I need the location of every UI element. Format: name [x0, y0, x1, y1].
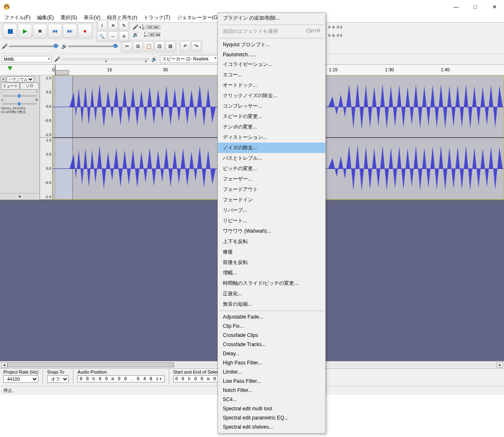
- effect-item[interactable]: Notch Filter...: [218, 386, 325, 395]
- output-device-select[interactable]: スピーカー (2- Realtek: [160, 55, 218, 63]
- effect-item[interactable]: フェードイン: [218, 195, 325, 205]
- envelope-tool[interactable]: ✕: [108, 20, 118, 30]
- effect-item[interactable]: Spectral edit multi tool: [218, 404, 325, 413]
- record-button[interactable]: ●: [78, 24, 92, 38]
- effect-repeat-last: 前回のエフェクトを適用 Ctrl+R: [218, 26, 325, 37]
- effect-item[interactable]: 時間軸のスライド/ピッチの変更...: [218, 278, 325, 289]
- menu-track[interactable]: トラック(T): [140, 13, 173, 22]
- menu-generator[interactable]: ジェネレーター(G): [174, 13, 222, 22]
- output-meter[interactable]: -57 -54: [147, 33, 160, 37]
- effect-item[interactable]: Delay...: [218, 349, 325, 358]
- input-meter[interactable]: -57 -54: [145, 25, 160, 29]
- effect-item[interactable]: テンポの変更...: [218, 122, 325, 132]
- skip-end-button[interactable]: ⏭: [63, 24, 77, 38]
- skip-start-button[interactable]: ⏮: [48, 24, 62, 38]
- track-close-button[interactable]: ✕: [1, 77, 6, 82]
- effect-item[interactable]: ディストーション...: [218, 132, 325, 143]
- draw-tool[interactable]: ✎: [119, 20, 129, 30]
- effect-item[interactable]: イコライゼーション...: [218, 59, 325, 70]
- effect-item[interactable]: SC4...: [218, 395, 325, 404]
- selection-tool[interactable]: I: [97, 20, 107, 30]
- silence-button[interactable]: ⊠: [165, 41, 175, 51]
- mute-button[interactable]: ミュート: [1, 83, 20, 90]
- effect-item[interactable]: High Pass Filter...: [218, 358, 325, 367]
- effect-item[interactable]: 修復: [218, 247, 325, 257]
- effect-add-remove[interactable]: プラグイン の追加/削除...: [218, 13, 325, 23]
- menu-file[interactable]: ファイル(F): [1, 13, 34, 22]
- gain-slider[interactable]: [2, 95, 37, 97]
- speaker-icon: 🔊: [132, 32, 139, 38]
- effect-item[interactable]: クリックノイズの除去...: [218, 90, 325, 101]
- play-button[interactable]: ▶: [18, 24, 32, 38]
- mic-dropdown-icon[interactable]: ▾: [140, 25, 141, 29]
- close-button[interactable]: ✕: [485, 0, 504, 13]
- track-name-select[interactable]: バラジウム: [7, 76, 34, 82]
- minimize-button[interactable]: —: [447, 0, 466, 13]
- effect-item[interactable]: ワウワウ (Wahwah)...: [218, 226, 325, 236]
- effect-item[interactable]: 無音の短縮...: [218, 299, 325, 309]
- effect-item[interactable]: Limiter...: [218, 367, 325, 377]
- multi-tool[interactable]: ✳: [119, 31, 129, 41]
- effect-item[interactable]: フェードアウト: [218, 184, 325, 195]
- mic-device-icon: 🎤: [54, 56, 60, 62]
- cut-button[interactable]: ✂: [122, 41, 132, 51]
- snap-to-select[interactable]: オフ: [47, 375, 69, 383]
- project-rate-select[interactable]: 44100: [3, 375, 38, 383]
- track-collapse-button[interactable]: ▲: [1, 193, 39, 199]
- effect-item[interactable]: Nyquist プロンプト...: [218, 40, 325, 50]
- audio-position-value[interactable]: 0 0 h 0 0 m 0 0 . 6 4 8 s▾: [77, 375, 164, 382]
- stop-button[interactable]: ■: [33, 24, 47, 38]
- effect-item[interactable]: フェーザー...: [218, 174, 325, 184]
- zoom-tool[interactable]: 🔍: [97, 31, 107, 41]
- effect-item[interactable]: Clip Fix...: [218, 321, 325, 331]
- effect-item[interactable]: Paulstretch......: [218, 50, 325, 59]
- channels-select[interactable]: [111, 58, 149, 60]
- timeshift-tool[interactable]: ↔: [108, 31, 118, 41]
- effect-item[interactable]: Spectral edit parametric EQ...: [218, 413, 325, 422]
- effect-item[interactable]: 前後を反転: [218, 257, 325, 268]
- effect-item[interactable]: 上下を反転: [218, 236, 325, 247]
- solo-button[interactable]: ソロ: [20, 83, 39, 90]
- effect-item[interactable]: オートドック...: [218, 80, 325, 90]
- host-select[interactable]: MME: [2, 56, 52, 63]
- selection-range-handle[interactable]: [56, 70, 69, 75]
- effect-item[interactable]: ピッチの変更...: [218, 163, 325, 174]
- meter-R-label: R: [142, 27, 145, 30]
- pause-button[interactable]: ▮▮: [3, 24, 17, 38]
- effect-item[interactable]: Crossfade Tracks...: [218, 340, 325, 349]
- input-gain-slider[interactable]: [9, 45, 59, 47]
- undo-button[interactable]: ↶: [180, 41, 190, 51]
- input-device-select[interactable]: [63, 58, 109, 60]
- project-rate-label: Project Rate (Hz): [3, 369, 38, 374]
- effect-item[interactable]: ノイズの除去...: [218, 143, 325, 153]
- output-volume-slider[interactable]: [68, 45, 118, 47]
- scroll-right-button[interactable]: ▸: [497, 362, 503, 368]
- menu-edit[interactable]: 編集(E): [34, 13, 57, 22]
- effect-item[interactable]: Spectral edit shelves...: [218, 422, 325, 432]
- paste-button[interactable]: 📋: [144, 41, 154, 51]
- effect-item[interactable]: スピードの変更...: [218, 111, 325, 122]
- effect-item[interactable]: Crossfade Clips: [218, 331, 325, 340]
- status-text: 停止.: [3, 387, 14, 394]
- effect-item[interactable]: 正規化...: [218, 289, 325, 299]
- scroll-left-button[interactable]: ◂: [1, 362, 7, 368]
- scroll-thumb[interactable]: [7, 362, 174, 367]
- copy-button[interactable]: ⧉: [133, 41, 143, 51]
- effect-item[interactable]: コンプレッサー...: [218, 101, 325, 111]
- transport-controls: ▮▮ ▶ ■ ⏮ ⏭ ●: [2, 23, 93, 39]
- pan-slider[interactable]: [2, 103, 37, 105]
- effect-item[interactable]: バスとトレブル...: [218, 153, 325, 163]
- output-device-icon: 🔊: [151, 56, 157, 62]
- redo-button[interactable]: ↷: [191, 41, 201, 51]
- trim-button[interactable]: ⊟: [155, 41, 165, 51]
- maximize-button[interactable]: □: [466, 0, 485, 13]
- menu-select[interactable]: 選択(S): [57, 13, 80, 22]
- effect-item[interactable]: Low Pass Filter...: [218, 377, 325, 386]
- effect-item[interactable]: エコー...: [218, 70, 325, 80]
- effect-item[interactable]: Adjustable Fade...: [218, 312, 325, 321]
- effect-item[interactable]: リバーブ...: [218, 205, 325, 216]
- effect-item[interactable]: 増幅...: [218, 268, 325, 278]
- effect-item[interactable]: Studio Fade Out: [218, 432, 325, 434]
- mic-icon: 🎤: [132, 24, 139, 30]
- effect-item[interactable]: リピート...: [218, 216, 325, 226]
